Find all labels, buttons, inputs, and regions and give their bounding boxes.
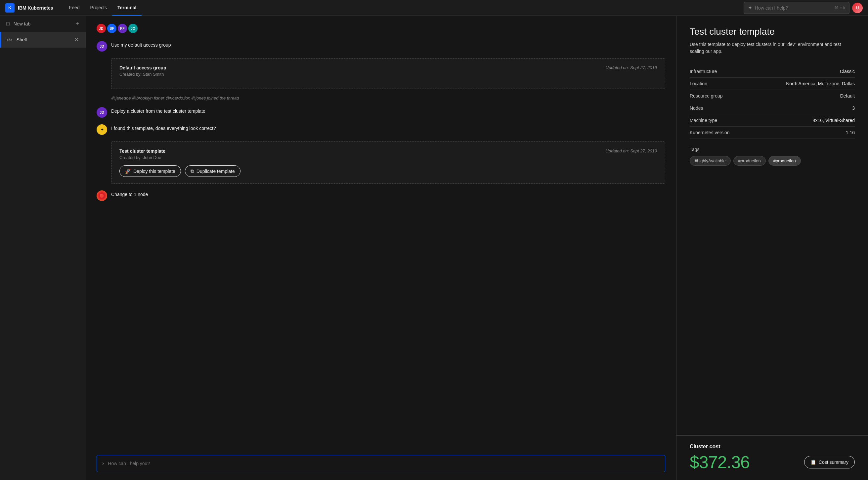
duplicate-template-button[interactable]: ⧉ Duplicate template bbox=[185, 165, 241, 177]
test-cluster-card-title: Test cluster template bbox=[119, 149, 165, 154]
test-cluster-card: Test cluster template Updated on: Sept 2… bbox=[111, 141, 665, 184]
spec-value-resource-group: Default bbox=[772, 90, 855, 102]
chat-input-area: › bbox=[86, 450, 676, 480]
brand-name: IBM Kubernetes bbox=[18, 5, 53, 10]
message-4: ✦ I found this template, does everything… bbox=[97, 124, 665, 135]
chat-panel: JD BF RF JO JD Use my default access gro… bbox=[86, 16, 676, 480]
cost-amount: $372.36 bbox=[690, 452, 750, 472]
top-nav: K IBM Kubernetes Feed Projects Terminal … bbox=[0, 0, 868, 16]
spec-value-machine-type: 4x16, Virtual-Shared bbox=[772, 115, 855, 127]
default-access-card-title: Default access group bbox=[119, 65, 166, 70]
search-bar[interactable]: ✦ ⌘ + k bbox=[744, 2, 849, 14]
chat-input[interactable] bbox=[108, 461, 660, 466]
nav-right: ✦ ⌘ + k U bbox=[744, 2, 863, 14]
cost-label: Cluster cost bbox=[690, 444, 855, 450]
spec-label-location: Location bbox=[690, 78, 772, 90]
cost-summary-icon: 📋 bbox=[810, 459, 816, 465]
default-access-card-subtitle: Created by: Stan Smith bbox=[119, 72, 657, 77]
user-avatar[interactable]: U bbox=[852, 3, 863, 13]
brand: K IBM Kubernetes bbox=[5, 3, 53, 12]
avatar-brooklyn: BF bbox=[107, 24, 117, 33]
deploy-template-button[interactable]: 🚀 Deploy this template bbox=[119, 165, 181, 177]
msg1-text: Use my default access group bbox=[111, 41, 171, 47]
sidebar: □ New tab + </> Shell ✕ bbox=[0, 16, 86, 480]
system-message: @janedoe @brooklyn.fisher @ricardo.fox @… bbox=[97, 96, 665, 100]
detail-title: Test cluster template bbox=[690, 27, 855, 37]
spec-label-nodes: Nodes bbox=[690, 102, 772, 115]
cost-summary-button[interactable]: 📋 Cost summary bbox=[804, 456, 855, 469]
tags-row: #highlyAvailable #production #production bbox=[690, 156, 855, 166]
message-6: 🔴 Change to 1 node bbox=[97, 190, 665, 201]
sidebar-shell-label: Shell bbox=[17, 37, 27, 42]
message-3: JD Deploy a cluster from the test cluste… bbox=[97, 107, 665, 118]
msg6-text: Change to 1 node bbox=[111, 190, 148, 197]
message-1: JD Use my default access group bbox=[97, 41, 665, 52]
content-area: JD BF RF JO JD Use my default access gro… bbox=[86, 16, 868, 480]
chevron-right-icon: › bbox=[102, 460, 104, 467]
shell-close-button[interactable]: ✕ bbox=[73, 35, 81, 44]
detail-specs: Infrastructure Classic Location North Am… bbox=[690, 65, 855, 139]
spec-label-resource-group: Resource group bbox=[690, 90, 772, 102]
search-input[interactable] bbox=[755, 5, 832, 10]
test-cluster-card-actions: 🚀 Deploy this template ⧉ Duplicate templ… bbox=[119, 165, 657, 177]
participants-avatars: JD BF RF JO bbox=[97, 24, 665, 33]
sidebar-item-new-tab-left: □ New tab bbox=[6, 21, 30, 27]
nav-terminal[interactable]: Terminal bbox=[112, 0, 142, 16]
spec-value-nodes: 3 bbox=[772, 102, 855, 115]
tag-production-2: #production bbox=[769, 156, 801, 166]
nav-links: Feed Projects Terminal bbox=[64, 0, 744, 16]
test-cluster-card-header: Test cluster template Updated on: Sept 2… bbox=[119, 149, 657, 154]
spec-value-infrastructure: Classic bbox=[772, 65, 855, 78]
nav-feed[interactable]: Feed bbox=[64, 0, 85, 16]
sidebar-new-tab-label: New tab bbox=[13, 21, 30, 27]
tags-section: Tags #highlyAvailable #production #produ… bbox=[690, 147, 855, 166]
chat-messages: JD BF RF JO JD Use my default access gro… bbox=[86, 16, 676, 450]
msg4-text: I found this template, does everything l… bbox=[111, 124, 216, 131]
brand-icon: K bbox=[5, 3, 14, 12]
test-cluster-card-updated: Updated on: Sept 27, 2019 bbox=[606, 149, 657, 153]
cost-summary-label: Cost summary bbox=[819, 459, 848, 465]
avatar-janedoe: JD bbox=[97, 24, 106, 33]
spec-label-machine-type: Machine type bbox=[690, 115, 772, 127]
sidebar-item-shell-left: </> Shell bbox=[6, 37, 27, 42]
tag-highly-available: #highlyAvailable bbox=[690, 156, 731, 166]
new-tab-icon: □ bbox=[6, 21, 9, 27]
spec-label-kubernetes-version: Kubernetes version bbox=[690, 127, 772, 139]
cost-row: $372.36 📋 Cost summary bbox=[690, 452, 855, 472]
chat-input-box[interactable]: › bbox=[97, 455, 665, 472]
main-layout: □ New tab + </> Shell ✕ JD BF RF JO bbox=[0, 16, 868, 480]
msg3-avatar: JD bbox=[97, 107, 107, 118]
tags-label: Tags bbox=[690, 147, 855, 152]
msg6-avatar: 🔴 bbox=[97, 190, 107, 201]
msg1-avatar: JD bbox=[97, 41, 107, 52]
test-cluster-card-subtitle: Created by: John Doe bbox=[119, 155, 657, 160]
default-access-card: Default access group Updated on: Sept 27… bbox=[111, 58, 665, 89]
spec-value-kubernetes-version: 1.16 bbox=[772, 127, 855, 139]
spec-value-location: North America, Multi-zone, Dallas bbox=[772, 78, 855, 90]
msg4-avatar: ✦ bbox=[97, 124, 107, 135]
search-sun-icon: ✦ bbox=[748, 5, 752, 11]
shell-icon: </> bbox=[6, 37, 12, 42]
spec-label-infrastructure: Infrastructure bbox=[690, 65, 772, 78]
sidebar-item-shell[interactable]: </> Shell ✕ bbox=[0, 32, 86, 47]
cost-section: Cluster cost $372.36 📋 Cost summary bbox=[677, 436, 868, 480]
avatar-initials: U bbox=[856, 6, 859, 10]
avatar-ricardo: RF bbox=[118, 24, 127, 33]
default-access-card-updated: Updated on: Sept 27, 2019 bbox=[606, 65, 657, 70]
msg3-text: Deploy a cluster from the test cluster t… bbox=[111, 107, 206, 114]
detail-content: Test cluster template Use this template … bbox=[677, 16, 868, 436]
deploy-icon: 🚀 bbox=[125, 169, 131, 174]
avatar-jones: JO bbox=[128, 24, 137, 33]
duplicate-icon: ⧉ bbox=[190, 168, 194, 174]
deploy-label: Deploy this template bbox=[133, 169, 175, 174]
new-tab-add-button[interactable]: + bbox=[74, 19, 81, 29]
search-shortcut: ⌘ + k bbox=[835, 6, 845, 10]
tag-production-1: #production bbox=[733, 156, 766, 166]
detail-panel: Test cluster template Use this template … bbox=[676, 16, 868, 480]
nav-projects[interactable]: Projects bbox=[85, 0, 113, 16]
default-access-card-header: Default access group Updated on: Sept 27… bbox=[119, 65, 657, 70]
duplicate-label: Duplicate template bbox=[196, 169, 235, 174]
detail-description: Use this template to deploy test cluster… bbox=[690, 41, 855, 55]
sidebar-item-new-tab[interactable]: □ New tab + bbox=[0, 16, 86, 32]
